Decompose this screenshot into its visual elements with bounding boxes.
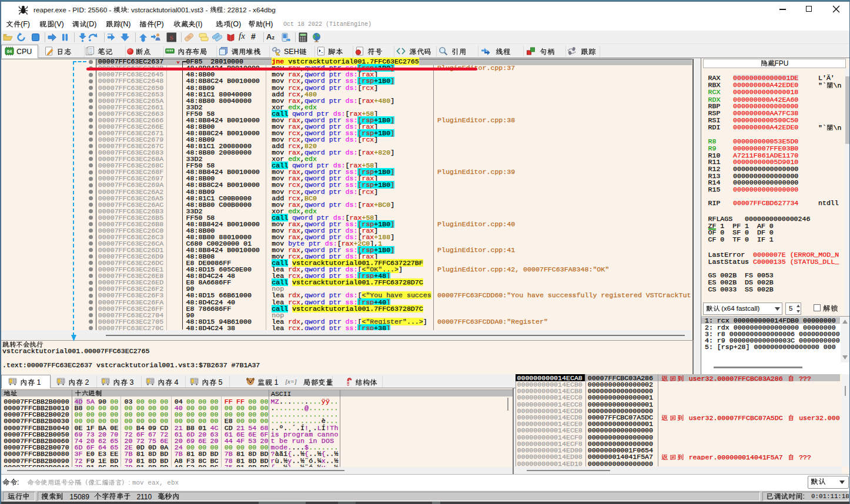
svg-text:S: S — [169, 34, 173, 41]
svg-text:64: 64 — [7, 49, 12, 54]
